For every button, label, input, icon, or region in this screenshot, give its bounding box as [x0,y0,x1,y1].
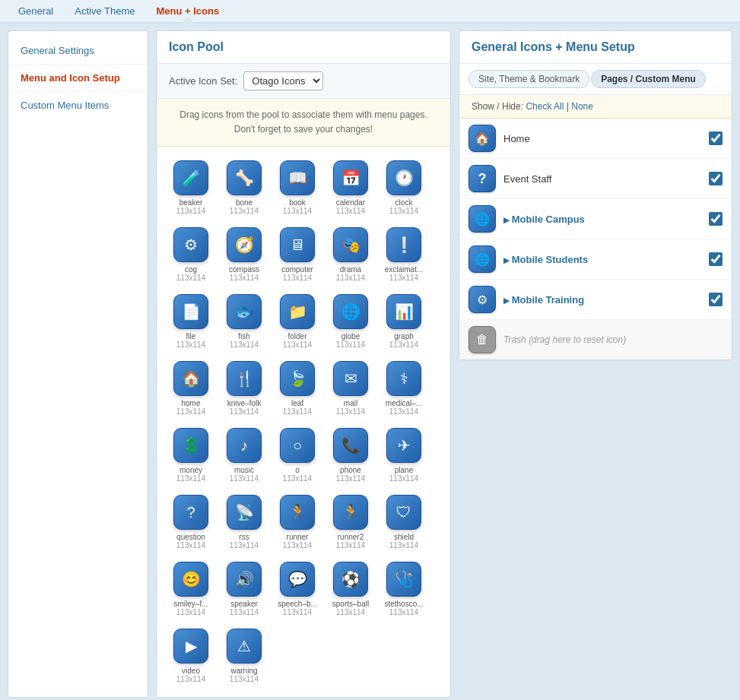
icon-item-folder[interactable]: 📁 folder 113x114 [271,288,324,355]
icon-name-home: home [167,399,214,407]
tab-site-theme[interactable]: Site, Theme & Bookmark [468,70,589,88]
icon-item-leaf[interactable]: 🍃 leaf 113x114 [271,355,324,422]
event-staff-label: Event Staff [503,173,709,185]
icon-item-speaker[interactable]: 🔊 speaker 113x114 [218,556,271,622]
icon-item-compass[interactable]: 🧭 compass 113x114 [218,221,271,288]
icon-size-folder: 113x114 [274,340,321,349]
icon-name-shield: shield [380,533,427,541]
icon-name-phone: phone [327,466,374,474]
icon-box-home: 🏠 [173,361,208,396]
icon-item-shield[interactable]: 🛡 shield 113x114 [377,489,430,556]
icon-item-fish[interactable]: 🐟 fish 113x114 [218,288,271,355]
icon-box-speaker: 🔊 [227,562,262,597]
icon-box-leaf: 🍃 [280,361,315,396]
icon-item-mail[interactable]: ✉ mail 113x114 [324,355,377,422]
home-checkbox[interactable] [709,131,723,145]
icon-box-video: ▶ [173,629,208,664]
icon-item-video[interactable]: ▶ video 113x114 [164,622,218,689]
mobile-training-checkbox[interactable] [709,293,723,306]
sidebar-item-custom-menu[interactable]: Custom Menu Items [8,92,148,119]
icon-box-calendar: 📅 [333,160,368,195]
mobile-campus-label[interactable]: Mobile Campus [503,214,709,225]
icon-name-plane: plane [380,466,427,474]
icon-name-sports–ball: sports–ball [327,600,374,608]
icon-item-plane[interactable]: ✈ plane 113x114 [377,422,430,489]
icon-size-mail: 113x114 [327,407,374,416]
icon-item-question[interactable]: ? question 113x114 [164,489,218,556]
icon-name-speech–b...: speech–b... [274,600,321,608]
icon-name-smiley–f...: smiley–f... [167,600,214,608]
icon-size-beaker: 113x114 [167,207,214,215]
icon-item-beaker[interactable]: 🧪 beaker 113x114 [164,154,218,221]
icon-item-runner2[interactable]: 🏃 runner2 113x114 [324,489,377,556]
mobile-training-label[interactable]: Mobile Training [503,294,709,306]
icon-box-compass: 🧭 [227,227,262,262]
icon-item-calendar[interactable]: 📅 calendar 113x114 [324,154,377,221]
icon-item-graph[interactable]: 📊 graph 113x114 [377,288,430,355]
icon-item-smiley–f...[interactable]: 😊 smiley–f... 113x114 [164,556,218,622]
right-panel: General Icons + Menu Setup Site, Theme &… [459,30,732,698]
icon-item-drama[interactable]: 🎭 drama 113x114 [324,221,377,288]
icon-item-file[interactable]: 📄 file 113x114 [164,288,218,355]
icon-size-music: 113x114 [221,474,268,483]
menu-item-mobile-training: ⚙ Mobile Training [459,280,732,320]
icon-item-sports–ball[interactable]: ⚽ sports–ball 113x114 [324,556,377,622]
sidebar-item-general-settings[interactable]: General Settings [8,37,148,65]
none-link[interactable]: None [571,101,593,112]
icon-size-fish: 113x114 [221,340,268,349]
icon-size-file: 113x114 [167,340,214,349]
sidebar-item-menu-icon-setup[interactable]: Menu and Icon Setup [8,65,148,92]
icon-name-mail: mail [327,399,374,407]
icon-name-rss: rss [221,533,268,541]
event-staff-checkbox[interactable] [709,172,723,185]
icon-size-sports–ball: 113x114 [327,608,374,616]
icon-item-computer[interactable]: 🖥 computer 113x114 [271,221,324,288]
mobile-students-checkbox[interactable] [709,252,723,266]
icon-name-stethosco...: stethosco... [380,600,427,608]
nav-general[interactable]: General [8,0,64,23]
main-container: General Settings Menu and Icon Setup Cus… [0,23,740,700]
icon-item-clock[interactable]: 🕐 clock 113x114 [377,154,430,221]
icon-name-cog: cog [167,265,214,274]
icon-item-book[interactable]: 📖 book 113x114 [271,154,324,221]
icon-size-shield: 113x114 [380,541,427,550]
icon-box-smiley–f...: 😊 [173,562,208,597]
icon-item-runner[interactable]: 🏃 runner 113x114 [271,489,324,556]
mobile-students-label[interactable]: Mobile Students [503,254,709,265]
icon-name-book: book [274,198,321,207]
tab-pages-custom[interactable]: Pages / Custom Menu [591,70,706,88]
icon-item-globe[interactable]: 🌐 globe 113x114 [324,288,377,355]
nav-active-theme[interactable]: Active Theme [64,0,145,23]
icon-item-phone[interactable]: 📞 phone 113x114 [324,422,377,489]
icon-set-dropdown[interactable]: Otago Icons [243,71,323,90]
icon-item-medical–...[interactable]: ⚕ medical–... 113x114 [377,355,430,422]
top-navigation: General Active Theme Menu + Icons [0,0,740,23]
icon-item-home[interactable]: 🏠 home 113x114 [164,355,218,422]
icon-item-exclaimat...[interactable]: ❕ exclaimat... 113x114 [377,221,430,288]
icon-size-speaker: 113x114 [221,608,268,616]
icon-box-speech–b...: 💬 [280,562,315,597]
icon-item-music[interactable]: ♪ music 113x114 [218,422,271,489]
icon-item-cog[interactable]: ⚙ cog 113x114 [164,221,218,288]
icon-name-runner: runner [274,533,321,541]
trash-label: Trash (drag here to reset icon) [503,334,626,345]
icon-size-money: 113x114 [167,474,214,483]
icon-item-rss[interactable]: 📡 rss 113x114 [218,489,271,556]
icon-item-warning[interactable]: ⚠ warning 113x114 [218,622,271,689]
mobile-campus-checkbox[interactable] [709,212,723,226]
icon-item-bone[interactable]: 🦴 bone 113x114 [218,154,271,221]
icon-size-o: 113x114 [274,474,321,483]
icon-item-knive–folk[interactable]: 🍴 knive–folk 113x114 [218,355,271,422]
check-all-link[interactable]: Check All [526,101,564,112]
icon-box-plane: ✈ [386,428,421,463]
icon-name-file: file [167,332,214,340]
icon-size-video: 113x114 [167,675,214,683]
icon-item-o[interactable]: ○ o 113x114 [271,422,324,489]
icon-item-stethosco...[interactable]: 🩺 stethosco... 113x114 [377,556,430,622]
icon-item-speech–b...[interactable]: 💬 speech–b... 113x114 [271,556,324,622]
icon-box-graph: 📊 [386,294,421,329]
icon-box-music: ♪ [227,428,262,463]
nav-menu-icons[interactable]: Menu + Icons [146,0,230,23]
icon-box-exclaimat...: ❕ [386,227,421,262]
icon-item-money[interactable]: 💲 money 113x114 [164,422,218,489]
